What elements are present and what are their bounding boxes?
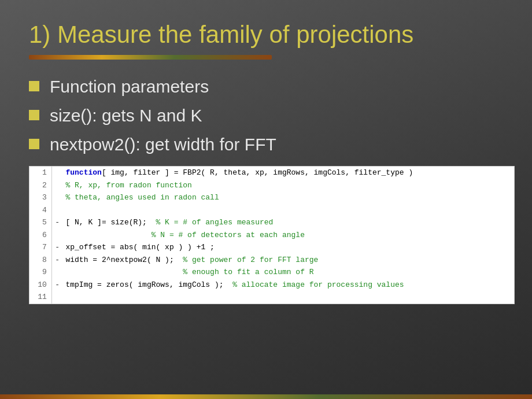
line-content: % R, xp, from radon function: [62, 179, 513, 192]
line-content: % N = # of detectors at each angle: [62, 229, 513, 242]
slide: 1) Measure the family of projections Fun…: [0, 0, 532, 399]
line-marker: -: [51, 241, 62, 254]
code-row: 1function[ img, filter ] = FBP2( R, thet…: [29, 167, 514, 179]
line-marker: [51, 204, 62, 217]
line-content: xp_offset = abs( min( xp ) ) +1 ;: [62, 241, 513, 254]
line-number: 11: [29, 291, 51, 304]
line-number: 2: [29, 179, 51, 192]
code-row: 4: [29, 204, 514, 217]
bullet-list: Function parameters size(): gets N and K…: [29, 77, 503, 154]
line-content: % enough to fit a column of R: [62, 266, 513, 279]
bullet-item-1: Function parameters: [29, 77, 503, 97]
bullet-square-3: [29, 139, 39, 149]
code-block: 1function[ img, filter ] = FBP2( R, thet…: [29, 166, 515, 304]
bullet-item-3: nextpow2(): get width for FFT: [29, 135, 503, 154]
line-number: 4: [29, 204, 51, 217]
code-row: 8-width = 2^nextpow2( N ); % get power o…: [29, 254, 514, 267]
line-content: function[ img, filter ] = FBP2( R, theta…: [62, 167, 513, 179]
line-number: 7: [29, 241, 51, 254]
line-content: % theta, angles used in radon call: [62, 191, 513, 204]
line-number: 1: [29, 167, 51, 179]
bottom-decorative-bar: [0, 394, 532, 399]
bullet-item-2: size(): gets N and K: [29, 106, 503, 125]
bullet-text-3: nextpow2(): get width for FFT: [50, 135, 276, 154]
line-content: [62, 204, 513, 217]
line-marker: [51, 266, 62, 279]
code-table: 1function[ img, filter ] = FBP2( R, thet…: [29, 167, 514, 304]
line-marker: [51, 179, 62, 192]
line-content: [ N, K ]= size(R); % K = # of angles mea…: [62, 216, 513, 229]
slide-title: 1) Measure the family of projections: [29, 20, 503, 49]
code-row: 6 % N = # of detectors at each angle: [29, 229, 514, 242]
decorative-bar: [29, 55, 272, 60]
bullet-square-2: [29, 110, 39, 120]
code-row: 10-tmpImg = zeros( imgRows, imgCols ); %…: [29, 279, 514, 291]
line-number: 8: [29, 254, 51, 267]
line-marker: [51, 167, 62, 179]
line-number: 3: [29, 191, 51, 204]
line-content: width = 2^nextpow2( N ); % get power of …: [62, 254, 513, 267]
line-number: 5: [29, 216, 51, 229]
code-row: 3% theta, angles used in radon call: [29, 191, 514, 204]
bullet-square-1: [29, 81, 39, 91]
code-row: 11: [29, 291, 514, 304]
bullet-text-1: Function parameters: [50, 77, 209, 97]
code-row: 7-xp_offset = abs( min( xp ) ) +1 ;: [29, 241, 514, 254]
line-number: 9: [29, 266, 51, 279]
line-marker: [51, 191, 62, 204]
line-marker: -: [51, 254, 62, 267]
code-row: 2% R, xp, from radon function: [29, 179, 514, 192]
line-marker: [51, 229, 62, 242]
bullet-text-2: size(): gets N and K: [50, 106, 202, 125]
line-marker: [51, 291, 62, 304]
line-content: tmpImg = zeros( imgRows, imgCols ); % al…: [62, 279, 513, 291]
line-marker: -: [51, 216, 62, 229]
line-number: 10: [29, 279, 51, 291]
code-row: 5-[ N, K ]= size(R); % K = # of angles m…: [29, 216, 514, 229]
line-content: [62, 291, 513, 304]
line-marker: -: [51, 279, 62, 291]
code-row: 9 % enough to fit a column of R: [29, 266, 514, 279]
line-number: 6: [29, 229, 51, 242]
